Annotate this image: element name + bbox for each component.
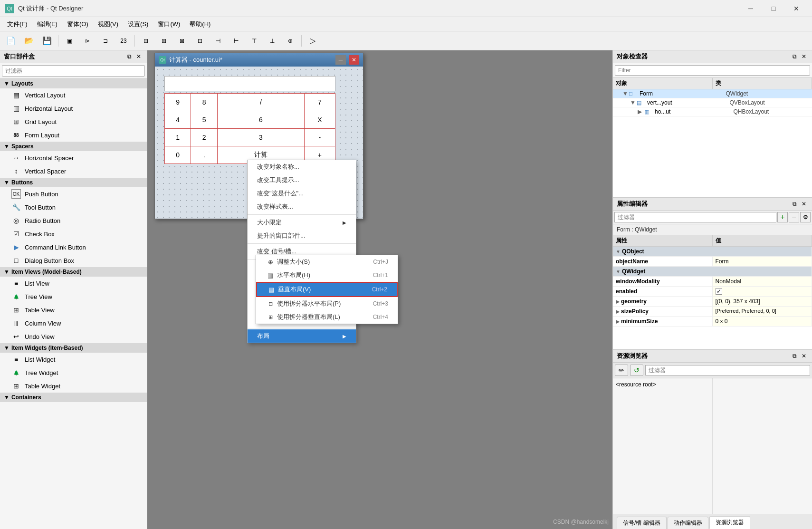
tree-row-hbox[interactable]: ▶ ▥ ho...ut QHBoxLayout bbox=[613, 107, 812, 116]
ctx-promote[interactable]: 提升的窗口部件... bbox=[248, 229, 356, 242]
prop-objectname-val[interactable]: Form bbox=[713, 257, 812, 266]
prop-float-btn[interactable]: ⧉ bbox=[790, 200, 799, 208]
tree-row-form[interactable]: ▼ □ Form QWidget bbox=[613, 89, 812, 98]
prop-row-sizepolicy[interactable]: ▶ sizePolicy [Preferred, Preferred, 0, 0… bbox=[613, 307, 812, 317]
toolbar-align-t[interactable]: ⊤ bbox=[246, 33, 263, 48]
toolbar-btn1[interactable]: ▣ bbox=[61, 33, 78, 48]
prop-row-enabled[interactable]: enabled ✓ bbox=[613, 287, 812, 297]
calc-btn-5[interactable]: 5 bbox=[191, 111, 217, 128]
category-item-widgets[interactable]: ▼ Item Widgets (Item-Based) bbox=[0, 343, 147, 353]
widget-filter-input[interactable] bbox=[2, 65, 145, 77]
calc-btn-7[interactable]: 7 bbox=[305, 94, 335, 111]
calc-btn-9[interactable]: 9 bbox=[165, 94, 191, 111]
calc-btn-6[interactable]: 6 bbox=[218, 111, 304, 128]
tree-row-vbox[interactable]: ▼ ▤ vert...yout QVBoxLayout bbox=[613, 98, 812, 107]
prop-windowmodality-val[interactable]: NonModal bbox=[713, 277, 812, 286]
calc-btn-x[interactable]: X bbox=[305, 111, 335, 128]
toolbar-btn3[interactable]: ⊐ bbox=[97, 33, 114, 48]
calc-btn-minus[interactable]: - bbox=[305, 129, 335, 146]
category-containers[interactable]: ▼ Containers bbox=[0, 393, 147, 402]
resource-float-btn[interactable]: ⧉ bbox=[790, 352, 799, 360]
menu-window[interactable]: 窗口(W) bbox=[153, 19, 185, 30]
ctx-rename[interactable]: 改变对象名称... bbox=[248, 160, 356, 173]
widget-horizontal-layout[interactable]: ▥ Horizontal Layout bbox=[0, 102, 147, 115]
calc-btn-1[interactable]: 1 bbox=[165, 129, 191, 146]
prop-row-geometry[interactable]: ▶ geometry [(0, 0), 357 x 403] bbox=[613, 297, 812, 307]
widget-list-widget[interactable]: ≡ List Widget bbox=[0, 353, 147, 366]
resource-filter-input[interactable] bbox=[645, 365, 810, 375]
widget-grid-layout[interactable]: ⊞ Grid Layout bbox=[0, 115, 147, 128]
enabled-checkbox[interactable]: ✓ bbox=[716, 288, 722, 295]
widget-vertical-spacer[interactable]: ↕ Vertical Spacer bbox=[0, 164, 147, 178]
calc-btn-4[interactable]: 4 bbox=[165, 111, 191, 128]
ctx-whatsthis[interactable]: 改变"这是什么"... bbox=[248, 187, 356, 200]
ctx-size-limit[interactable]: 大小限定▶ bbox=[248, 216, 356, 229]
prop-geometry-val[interactable]: [(0, 0), 357 x 403] bbox=[713, 297, 812, 306]
widget-box-float-btn[interactable]: ⧉ bbox=[125, 52, 134, 61]
toolbar-align-l[interactable]: ⊣ bbox=[210, 33, 227, 48]
prop-sizepolicy-val[interactable]: [Preferred, Preferred, 0, 0] bbox=[713, 307, 812, 316]
submenu-vsplitter[interactable]: ⊞ 使用拆分器垂直布局(L) Ctrl+4 bbox=[256, 310, 398, 324]
widget-horizontal-spacer[interactable]: ↔ Horizontal Spacer bbox=[0, 151, 147, 164]
prop-remove-btn[interactable]: − bbox=[789, 212, 799, 222]
designer-close-btn[interactable]: ✕ bbox=[349, 55, 359, 65]
prop-section-qobject[interactable]: ▼ QObject bbox=[613, 247, 812, 257]
tab-resource-browser[interactable]: 资源浏览器 bbox=[709, 516, 750, 529]
calc-btn-div[interactable]: / bbox=[218, 94, 304, 111]
toolbar-align-b[interactable]: ⊥ bbox=[264, 33, 281, 48]
prop-enabled-val[interactable]: ✓ bbox=[713, 287, 812, 296]
ctx-tooltip[interactable]: 改变工具提示... bbox=[248, 173, 356, 187]
inspector-close-btn[interactable]: ✕ bbox=[800, 52, 808, 61]
calc-btn-0[interactable]: 0 bbox=[165, 146, 191, 164]
tree-toggle-hbox[interactable]: ▶ bbox=[638, 108, 644, 115]
toolbar-save[interactable]: 💾 bbox=[38, 33, 56, 48]
tree-toggle-form[interactable]: ▼ bbox=[622, 90, 629, 97]
category-item-views[interactable]: ▼ Item Views (Model-Based) bbox=[0, 267, 147, 277]
category-buttons[interactable]: ▼ Buttons bbox=[0, 178, 147, 187]
widget-table-view[interactable]: ⊞ Table View bbox=[0, 303, 147, 317]
menu-help[interactable]: 帮助(H) bbox=[185, 19, 215, 30]
tab-action-editor[interactable]: 动作编辑器 bbox=[668, 517, 708, 529]
widget-radio-button[interactable]: ◎ Radio Button bbox=[0, 214, 147, 227]
prop-close-btn[interactable]: ✕ bbox=[800, 200, 808, 208]
prop-add-btn[interactable]: + bbox=[777, 212, 788, 222]
minimize-btn[interactable]: ─ bbox=[740, 1, 762, 16]
toolbar-open[interactable]: 📂 bbox=[20, 33, 38, 48]
inspector-filter-input[interactable] bbox=[615, 65, 810, 76]
widget-check-box[interactable]: ☑ Check Box bbox=[0, 227, 147, 240]
widget-tree-widget[interactable]: 🌲 Tree Widget bbox=[0, 366, 147, 379]
inspector-float-btn[interactable]: ⧉ bbox=[790, 52, 799, 61]
toolbar-layout-h[interactable]: ⊟ bbox=[137, 33, 154, 48]
menu-settings[interactable]: 设置(S) bbox=[123, 19, 153, 30]
prop-filter-input[interactable] bbox=[614, 212, 776, 222]
prop-row-minsize[interactable]: ▶ minimumSize 0 x 0 bbox=[613, 317, 812, 327]
toolbar-layout-g[interactable]: ⊠ bbox=[173, 33, 191, 48]
submenu-hlayout[interactable]: ▥ 水平布局(H) Ctrl+1 bbox=[256, 269, 398, 282]
designer-minimize-btn[interactable]: ─ bbox=[335, 55, 346, 65]
widget-column-view[interactable]: ||| Column View bbox=[0, 317, 147, 330]
toolbar-preview[interactable]: ▷ bbox=[304, 33, 321, 48]
calc-display[interactable] bbox=[164, 76, 335, 91]
prop-minsize-val[interactable]: 0 x 0 bbox=[713, 317, 812, 326]
category-layouts[interactable]: ▼ Layouts bbox=[0, 79, 147, 88]
menu-edit[interactable]: 编辑(E) bbox=[32, 19, 62, 30]
calc-btn-2[interactable]: 2 bbox=[191, 129, 217, 146]
prop-row-windowmodality[interactable]: windowModality NonModal bbox=[613, 277, 812, 287]
widget-table-widget[interactable]: ⊞ Table Widget bbox=[0, 379, 147, 393]
menu-view[interactable]: 视图(V) bbox=[93, 19, 123, 30]
toolbar-btn4[interactable]: 23 bbox=[115, 33, 132, 48]
widget-box-close-btn[interactable]: ✕ bbox=[134, 52, 143, 61]
toolbar-btn2[interactable]: ⊳ bbox=[79, 33, 96, 48]
resource-close-btn[interactable]: ✕ bbox=[800, 352, 808, 360]
calc-btn-dot[interactable]: . bbox=[191, 146, 217, 164]
widget-tool-button[interactable]: 🔧 Tool Button bbox=[0, 201, 147, 214]
toolbar-break[interactable]: ⊡ bbox=[191, 33, 209, 48]
maximize-btn[interactable]: □ bbox=[763, 1, 784, 16]
widget-tree-view[interactable]: 🌲 Tree View bbox=[0, 290, 147, 303]
ctx-layout[interactable]: 布局 ▶ bbox=[248, 329, 356, 343]
resource-edit-btn[interactable]: ✏ bbox=[615, 365, 628, 376]
close-btn[interactable]: ✕ bbox=[785, 1, 807, 16]
calc-btn-3[interactable]: 3 bbox=[218, 129, 304, 146]
widget-dialog-button-box[interactable]: □ Dialog Button Box bbox=[0, 254, 147, 267]
category-spacers[interactable]: ▼ Spacers bbox=[0, 142, 147, 151]
